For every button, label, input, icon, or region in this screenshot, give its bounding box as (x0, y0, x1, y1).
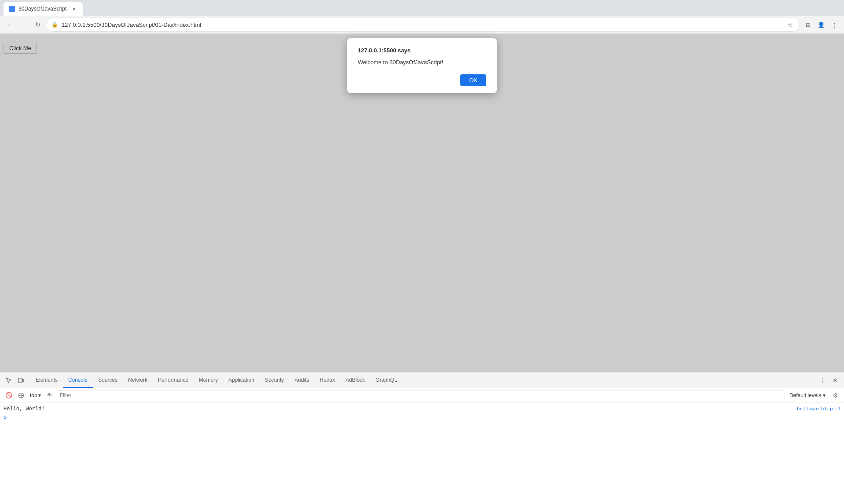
console-log-source[interactable]: helloworld.js:1 (788, 405, 840, 413)
tab-application[interactable]: Application (223, 373, 260, 388)
bookmark-star-icon[interactable]: ☆ (786, 21, 794, 29)
browser-toolbar-icons: ⊞ 👤 ⋮ (802, 18, 840, 31)
refresh-button[interactable]: ↻ (32, 18, 44, 31)
browser-tab[interactable]: 30DaysOfJavaScript ✕ (4, 2, 83, 16)
tab-audits[interactable]: Audits (289, 373, 314, 388)
forward-button[interactable]: → (18, 18, 30, 31)
address-bar[interactable]: 🔒 127.0.0.1:5500/30DaysOfJavaScript/01-D… (46, 18, 800, 32)
tab-console[interactable]: Console (63, 373, 93, 388)
tab-close-button[interactable]: ✕ (70, 5, 77, 12)
dialog-box: 127.0.0.1:5500 says Welcome to 30DaysOfJ… (347, 38, 497, 93)
page-content: Click Me 127.0.0.1:5500 says Welcome to … (0, 34, 844, 373)
devtools-toolbar: Elements Console Sources Network Perform… (0, 373, 844, 388)
back-icon: ← (7, 21, 13, 28)
console-output: Hello, World! helloworld.js:1 > (0, 402, 844, 429)
context-value: top (30, 392, 37, 398)
console-prompt-icon: > (4, 415, 7, 421)
filter-input[interactable] (60, 392, 782, 398)
console-log-text: Hello, World! (4, 405, 788, 413)
tab-title: 30DaysOfJavaScript (18, 6, 67, 12)
default-levels-label: Default levels (789, 392, 821, 398)
console-toolbar: 🚫 top ▾ 👁 Default levels ▾ ⚙ (0, 388, 844, 402)
dialog-overlay: 127.0.0.1:5500 says Welcome to 30DaysOfJ… (0, 34, 844, 373)
eye-icon[interactable]: 👁 (44, 390, 55, 401)
devtools-close-icon[interactable]: ✕ (830, 375, 840, 386)
refresh-icon: ↻ (35, 21, 40, 28)
tab-elements[interactable]: Elements (30, 373, 63, 388)
tab-sources[interactable]: Sources (93, 373, 123, 388)
console-filter-bar[interactable] (57, 391, 785, 400)
nav-bar: ← → ↻ 🔒 127.0.0.1:5500/30DaysOfJavaScrip… (0, 16, 844, 33)
console-log-line: Hello, World! helloworld.js:1 (0, 404, 844, 414)
console-prompt-line: > (0, 414, 844, 422)
browser-chrome: 30DaysOfJavaScript ✕ ← → ↻ 🔒 127.0.0.1:5… (0, 0, 844, 34)
tab-redux[interactable]: Redux (315, 373, 341, 388)
devtools-panel: Elements Console Sources Network Perform… (0, 372, 844, 504)
dialog-message: Welcome to 30DaysOfJavaScript! (358, 59, 486, 66)
console-context-selector[interactable]: top ▾ (28, 391, 43, 399)
back-button[interactable]: ← (4, 18, 16, 31)
tab-security[interactable]: Security (260, 373, 289, 388)
tab-graphql[interactable]: GraphQL (370, 373, 402, 388)
devtools-left-icons (0, 375, 30, 386)
svg-rect-1 (22, 379, 24, 382)
context-dropdown-icon: ▾ (38, 392, 41, 398)
dialog-header: 127.0.0.1:5500 says (358, 47, 486, 54)
dialog-buttons: OK (358, 74, 486, 86)
clear-console-icon[interactable]: 🚫 (4, 390, 14, 401)
menu-icon[interactable]: ⋮ (828, 18, 840, 31)
forward-icon: → (21, 21, 27, 28)
tab-network[interactable]: Network (123, 373, 153, 388)
dialog-ok-button[interactable]: OK (460, 74, 486, 86)
svg-rect-0 (18, 378, 22, 383)
tab-memory[interactable]: Memory (194, 373, 223, 388)
devtools-more-icon[interactable]: ⋮ (818, 375, 828, 386)
tab-performance[interactable]: Performance (153, 373, 194, 388)
tab-bar: 30DaysOfJavaScript ✕ (0, 0, 844, 16)
default-levels-button[interactable]: Default levels ▾ (787, 391, 828, 399)
inspect-element-icon[interactable] (4, 375, 14, 386)
device-mode-icon[interactable] (16, 375, 26, 386)
profile-icon[interactable]: 👤 (815, 18, 827, 31)
devtools-tabs: Elements Console Sources Network Perform… (30, 373, 814, 388)
console-filter-icon[interactable] (16, 390, 26, 401)
lock-icon: 🔒 (51, 22, 58, 28)
tab-adblock[interactable]: AdBlock (340, 373, 370, 388)
tab-favicon (9, 6, 15, 12)
address-bar-icons: ☆ (786, 21, 794, 29)
default-levels-arrow-icon: ▾ (823, 392, 826, 398)
extensions-icon[interactable]: ⊞ (802, 18, 814, 31)
console-settings-icon[interactable]: ⚙ (830, 390, 840, 401)
url-text: 127.0.0.1:5500/30DaysOfJavaScript/01-Day… (62, 22, 783, 28)
devtools-right-icons: ⋮ ✕ (814, 375, 844, 386)
